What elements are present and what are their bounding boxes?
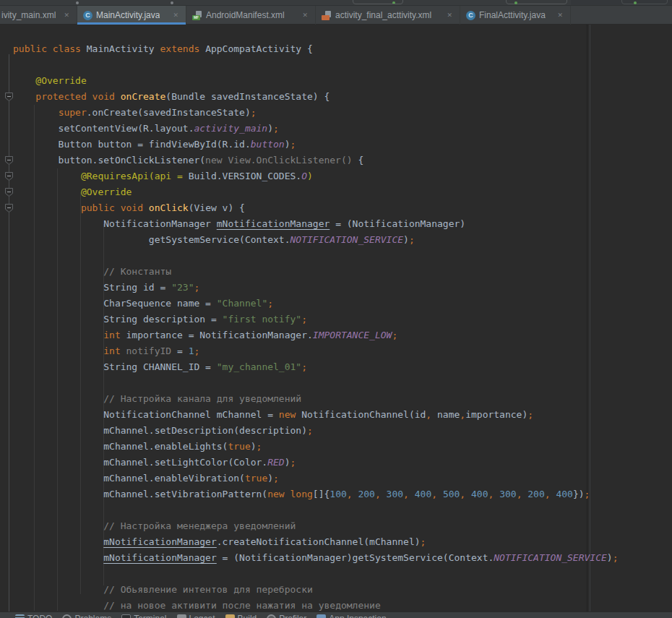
code-line[interactable] (0, 566, 672, 582)
code-line[interactable]: // Настройка менеджера уведомлений (0, 518, 672, 534)
close-icon[interactable]: ✕ (556, 12, 564, 19)
tab-mainactivity-java[interactable]: C MainActivity.java ✕ (77, 6, 186, 25)
code-token (13, 202, 81, 213)
toolwindow-todo[interactable]: TODO (15, 614, 52, 618)
code-line[interactable]: setContentView(R.layout.activity_main); (0, 121, 672, 137)
logcat-icon (177, 614, 186, 618)
code-line[interactable]: mNotificationManager.createNotificationC… (0, 534, 672, 550)
code-line[interactable]: String id = "23"; (0, 280, 672, 296)
code-line[interactable]: mChannel.setVibrationPattern(new long[]{… (0, 486, 672, 502)
code-line[interactable] (0, 57, 672, 73)
close-icon[interactable]: ✕ (171, 12, 180, 19)
code-token: @Override (81, 186, 132, 197)
code-line[interactable]: button.setOnClickListener(new View.OnCli… (0, 153, 672, 168)
code-line[interactable]: // Настройка канала для уведомлений (0, 391, 672, 407)
code-line[interactable]: mChannel.enableLights(true); (0, 439, 672, 455)
code-line[interactable]: // Константы (0, 264, 672, 280)
toolwindow-build[interactable]: Build (225, 614, 257, 618)
code-line[interactable]: int notifyID = 1; (0, 343, 672, 359)
code-token: ; (585, 489, 590, 499)
toolwindow-label: Build (238, 614, 257, 618)
code-line[interactable]: @Override (0, 73, 672, 89)
code-line[interactable]: int importance = NotificationManager.IMP… (0, 327, 672, 343)
code-token: 100 (329, 489, 346, 499)
code-line[interactable]: mChannel.setDescription(description); (0, 423, 672, 439)
code-token: NotificationManager (13, 218, 217, 229)
code-line[interactable]: NotificationChannel mChannel = new Notif… (0, 407, 672, 423)
code-line[interactable]: String CHANNEL_ID = "my_channel_01"; (0, 359, 672, 375)
code-token: // на новое активити после нажатия на ув… (103, 600, 381, 611)
tab-activity-main-xml[interactable]: ivity_main.xml ✕ (0, 6, 77, 25)
tab-androidmanifest-xml[interactable]: MF AndroidManifest.xml ✕ (186, 6, 316, 25)
code-token: AppCompatActivity { (199, 43, 313, 54)
code-token: mNotificationManager (103, 552, 217, 563)
code-token: (Bundle savedInstanceState) { (165, 91, 329, 102)
code-token (13, 266, 103, 277)
code-token (115, 202, 121, 213)
code-token: void (92, 91, 115, 102)
code-line[interactable]: getSystemService(Context.NOTIFICATION_SE… (0, 232, 672, 248)
code-token: "my_channel_01" (217, 361, 301, 372)
code-line[interactable]: Button button = findViewById(R.id.button… (0, 137, 672, 153)
code-token: ; (194, 346, 199, 356)
toolwindow-logcat[interactable]: Logcat (177, 614, 215, 618)
code-line[interactable]: protected void onCreate(Bundle savedInst… (0, 89, 672, 105)
code-token (115, 91, 121, 102)
code-token: true (228, 441, 250, 452)
close-icon[interactable]: ✕ (62, 12, 71, 19)
code-token: 200 (358, 489, 374, 499)
code-line[interactable]: @RequiresApi(api = Build.VERSION_CODES.O… (0, 168, 672, 184)
problems-icon (62, 614, 72, 618)
code-token: public (81, 202, 115, 213)
code-line[interactable]: mNotificationManager = (NotificationMana… (0, 550, 672, 566)
device-widget[interactable] (621, 0, 668, 4)
code-line[interactable]: CharSequence name = "Channel"; (0, 296, 672, 312)
code-token: ; (290, 457, 296, 468)
code-line[interactable] (0, 248, 672, 264)
code-token: String id = (13, 282, 171, 293)
toolbar-widget[interactable] (353, 0, 403, 4)
run-icon[interactable] (514, 1, 517, 4)
code-token: ; (273, 473, 279, 484)
code-token (437, 489, 443, 499)
code-token: , (431, 489, 437, 499)
code-editor[interactable]: public class MainActivity extends AppCom… (0, 25, 672, 611)
code-token (121, 346, 126, 356)
toolwindow-label: Terminal (134, 614, 166, 618)
toolwindow-profiler[interactable]: Profiler (267, 614, 306, 618)
code-token: mNotificationManager (217, 218, 330, 229)
close-icon[interactable]: ✕ (301, 12, 309, 19)
code-token: Build.VERSION_CODES. (189, 171, 302, 181)
code-token: NOTIFICATION_SERVICE (290, 234, 404, 245)
code-line[interactable] (0, 502, 672, 518)
code-line[interactable]: mChannel.enableVibration(true); (0, 471, 672, 486)
code-token: mChannel.setVibrationPattern( (13, 489, 267, 499)
close-icon[interactable]: ✕ (445, 12, 454, 19)
tab-finalacttivity-java[interactable]: C FinalActtivity.java ✕ (460, 6, 571, 25)
code-token (409, 489, 415, 499)
todo-icon (15, 614, 25, 618)
code-token: activity_main (194, 123, 267, 134)
code-line[interactable]: public class MainActivity extends AppCom… (0, 41, 672, 57)
code-area[interactable]: public class MainActivity extends AppCom… (0, 41, 672, 611)
tab-activity-final-acttivity-xml[interactable]: activity_final_acttivity.xml ✕ (316, 6, 460, 25)
code-token: , (460, 409, 465, 420)
code-line[interactable]: // на новое активити после нажатия на ув… (0, 598, 672, 611)
layout-file-icon (322, 11, 332, 20)
code-token: @Override (35, 75, 86, 86)
code-line[interactable]: NotificationManager mNotificationManager… (0, 216, 672, 232)
code-line[interactable]: @Override (0, 184, 672, 200)
profiler-icon (267, 614, 276, 618)
code-line[interactable]: public void onClick(View v) { (0, 200, 672, 216)
toolwindow-terminal[interactable]: Terminal (121, 614, 166, 618)
code-token: ; (421, 536, 426, 547)
code-line[interactable]: super.onCreate(savedInstanceState); (0, 105, 672, 121)
toolwindow-app-inspection[interactable]: App Inspection (316, 614, 386, 618)
code-line[interactable]: mChannel.setLightColor(Color.RED); (0, 455, 672, 471)
code-token: ; (527, 409, 533, 420)
toolwindow-problems[interactable]: Problems (62, 614, 111, 618)
tab-label: activity_final_acttivity.xml (335, 10, 431, 20)
code-line[interactable]: String description = "first notify"; (0, 312, 672, 327)
code-line[interactable] (0, 375, 672, 391)
code-line[interactable]: // Обьявление интентов для переброски (0, 582, 672, 598)
